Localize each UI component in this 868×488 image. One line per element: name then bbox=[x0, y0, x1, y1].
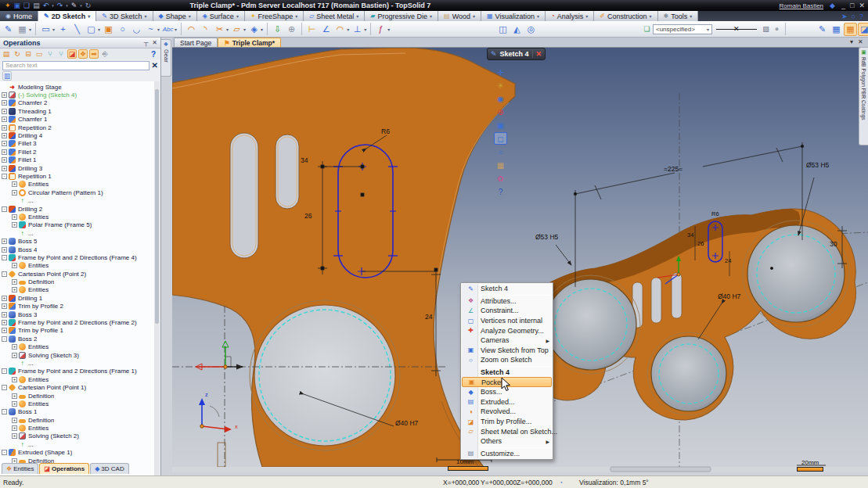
section-view-icon[interactable]: ◫ bbox=[496, 23, 510, 36]
collapse-all-icon[interactable]: ▭ bbox=[34, 49, 44, 59]
doc-tab-triple-clamp-[interactable]: ⚑Triple Clamp* bbox=[218, 38, 281, 47]
tree-item[interactable]: -Frame by Point and 2 Directions (Frame … bbox=[0, 253, 155, 261]
menu-item-extruded[interactable]: ▤Extruded... bbox=[462, 397, 552, 407]
history-icon[interactable]: ↻ bbox=[13, 49, 22, 59]
text-caret[interactable]: ▾ bbox=[175, 27, 177, 32]
offset-caret[interactable]: ▾ bbox=[243, 27, 246, 32]
tree-expander[interactable]: + bbox=[2, 320, 7, 325]
tree-expander[interactable]: + bbox=[12, 263, 17, 268]
section-icon[interactable]: ⊕ bbox=[494, 106, 507, 118]
tree-expander[interactable]: + bbox=[12, 190, 17, 196]
tree-item[interactable]: +Trim by Profile 2 bbox=[0, 303, 155, 310]
maximize-button[interactable]: □ bbox=[850, 2, 854, 9]
tree-expander[interactable]: - bbox=[2, 271, 7, 277]
gear-collapsed-tab[interactable]: ❖ Gear bbox=[161, 39, 171, 77]
line-style-control[interactable]: ✕ bbox=[716, 29, 757, 30]
spline-icon[interactable]: ~ bbox=[144, 23, 157, 36]
tree-item[interactable]: -Cartesian Point (Point 1) bbox=[0, 383, 155, 391]
save-icon[interactable]: ▣ bbox=[14, 2, 21, 9]
undo-icon[interactable]: ↶ bbox=[43, 2, 49, 9]
ribbon-tab-visualization[interactable]: ▦Visualization▾ bbox=[481, 11, 546, 21]
tree-item[interactable]: +Entities bbox=[0, 343, 155, 351]
filter-tree-icon[interactable]: ⑂ bbox=[45, 49, 55, 59]
tree-expander[interactable]: + bbox=[12, 433, 17, 439]
panel-tab-operations[interactable]: ◪Operations bbox=[39, 463, 89, 474]
tree-item[interactable]: +Circular Pattern (Pattern 1) bbox=[0, 188, 155, 196]
tree-expander[interactable]: + bbox=[2, 328, 7, 333]
menu-item-zoom-on-sketch[interactable]: ○Zoom on Sketch bbox=[462, 355, 552, 365]
tree-expander[interactable]: - bbox=[2, 368, 7, 374]
grid-caret[interactable]: ▾ bbox=[29, 27, 31, 32]
tree-expander[interactable]: + bbox=[2, 312, 7, 318]
grid-snap-icon[interactable]: ▦ bbox=[844, 23, 857, 36]
tree-expander[interactable]: + bbox=[12, 279, 17, 285]
point-icon[interactable]: + bbox=[56, 23, 70, 36]
dimension-icon[interactable]: ⊢ bbox=[305, 23, 319, 36]
menu-item-revolved[interactable]: ◑Revolved... bbox=[462, 407, 552, 417]
tree-scrollbar-thumb[interactable] bbox=[155, 89, 159, 324]
ribbon-tab-2d-sketch[interactable]: ✎2D Sketch▾ bbox=[38, 11, 96, 21]
tree-expander[interactable]: + bbox=[2, 157, 7, 163]
tree-item[interactable]: ↑... bbox=[0, 229, 155, 237]
menu-item-sketch-4[interactable]: ✎Sketch 4 bbox=[462, 284, 552, 294]
edit-caret[interactable]: ▾ bbox=[80, 2, 82, 9]
tree-item[interactable]: +Drilling 3 bbox=[0, 164, 155, 172]
material-box-icon[interactable]: ▦ bbox=[494, 159, 507, 171]
tree-expander[interactable]: + bbox=[12, 344, 17, 350]
tree-item[interactable]: -Cartesian Point (Point 2) bbox=[0, 270, 155, 278]
ribbon-tab-home[interactable]: ◉Home bbox=[0, 11, 38, 21]
tree-item[interactable]: +Entities bbox=[0, 181, 155, 188]
tree-expander[interactable]: + bbox=[2, 166, 7, 171]
tree-item[interactable]: +Solving (Sketch 2) bbox=[0, 432, 155, 440]
tree-item[interactable]: +Trim by Profile 1 bbox=[0, 327, 155, 335]
tree-item[interactable]: +Fillet 3 bbox=[0, 140, 155, 148]
trim-caret[interactable]: ▾ bbox=[226, 27, 229, 32]
hatch-icon[interactable]: ▨ bbox=[761, 23, 771, 36]
zoom-window-icon[interactable]: ◻ bbox=[494, 132, 507, 145]
tree-item[interactable]: -Drilling 2 bbox=[0, 205, 155, 213]
ribbon-tab-construction[interactable]: ✐Construction▾ bbox=[594, 11, 657, 21]
tangent-constraint-caret[interactable]: ▾ bbox=[347, 27, 349, 32]
menu-item-view-sketch-from-top[interactable]: ▣View Sketch from Top bbox=[462, 346, 552, 356]
redo-icon[interactable]: ↷ bbox=[57, 2, 63, 9]
print-icon[interactable]: ▤ bbox=[33, 2, 40, 9]
tree-expander[interactable]: + bbox=[12, 181, 17, 187]
topsolid-logo-icon[interactable]: ✦ bbox=[5, 2, 11, 9]
view-rotate-icon[interactable]: ◭ bbox=[510, 23, 524, 36]
edit-icon[interactable]: ✎ bbox=[71, 2, 77, 9]
tree-expander[interactable]: + bbox=[12, 425, 17, 431]
operations-help-button[interactable]: ? bbox=[151, 50, 159, 59]
menu-item-analyze-geometry[interactable]: ✚Analyze Geometry... bbox=[462, 325, 552, 336]
ribbon-tab-2d-sketch-caret[interactable]: ▾ bbox=[88, 13, 90, 19]
perpendicular-constraint-caret[interactable]: ▾ bbox=[364, 27, 366, 32]
ribbon-tab-sheet-metal[interactable]: ▱Sheet Metal▾ bbox=[304, 11, 365, 21]
corner-icon[interactable]: ◝ bbox=[199, 23, 212, 36]
trim-icon[interactable]: ✂ bbox=[213, 23, 226, 36]
monitor-icon[interactable]: ▣ bbox=[494, 119, 507, 131]
line-icon[interactable]: ╲ bbox=[70, 23, 84, 36]
tree-item[interactable]: -Frame by Point and 2 Directions (Frame … bbox=[0, 368, 155, 375]
rectangle-icon[interactable]: ▢ bbox=[85, 23, 98, 36]
coatings-collapsed-tab[interactable]: ▣ RdB Polygon PBR Coatings bbox=[859, 47, 868, 145]
ribbon-tab-wood[interactable]: ▤Wood▾ bbox=[438, 11, 481, 21]
grid-icon[interactable]: ▦ bbox=[16, 23, 29, 36]
menu-item-attributes[interactable]: ❖Attributes... bbox=[462, 296, 552, 307]
tree-item[interactable]: +Boss 5 bbox=[0, 237, 155, 245]
menu-item-vertices-not-internal[interactable]: ▢Vertices not internal bbox=[462, 316, 552, 326]
tree-expander[interactable]: + bbox=[2, 247, 7, 253]
viewport-help-icon[interactable]: ? bbox=[494, 185, 507, 198]
tree-expander[interactable]: + bbox=[12, 287, 17, 292]
tree-item[interactable]: +Definition bbox=[0, 416, 155, 424]
transform-icon[interactable]: ◈ bbox=[247, 23, 261, 36]
tree-expander[interactable]: + bbox=[12, 418, 17, 423]
arc-icon[interactable]: ◡ bbox=[130, 23, 143, 36]
contour-icon[interactable]: ▣ bbox=[102, 23, 115, 36]
function-caret[interactable]: ▾ bbox=[387, 27, 390, 32]
ribbon-tab-construction-caret[interactable]: ▾ bbox=[650, 13, 652, 19]
tree-item[interactable]: +Entities bbox=[0, 375, 155, 383]
tree-item[interactable]: +Fillet 1 bbox=[0, 156, 155, 164]
menu-item-sheet-metal-on-sketch[interactable]: ▱Sheet Metal on Sketch... bbox=[462, 426, 552, 436]
viewport-collapse-icon[interactable]: ▾ bbox=[850, 38, 853, 45]
ribbon-tab-progressive-die-caret[interactable]: ▾ bbox=[430, 13, 432, 19]
minimize-button[interactable]: _ bbox=[841, 2, 845, 9]
